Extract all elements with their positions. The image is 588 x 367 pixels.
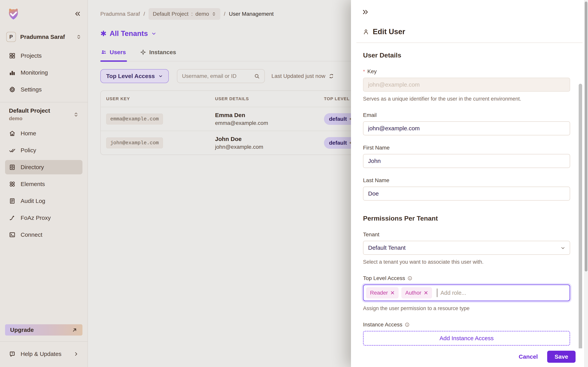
- user-name: John Doe: [215, 136, 324, 142]
- project-name: Default Project: [9, 107, 73, 114]
- sidebar-item-label: Audit Log: [21, 198, 45, 204]
- key-input: [363, 78, 570, 92]
- cancel-button[interactable]: Cancel: [519, 353, 538, 360]
- chevrons-up-down-icon: [73, 112, 78, 117]
- sidebar-item-label: Connect: [21, 232, 42, 238]
- cabinet-icon: [9, 164, 16, 170]
- route-arrow-icon: [9, 215, 16, 221]
- page-scrollbar[interactable]: [584, 0, 588, 367]
- sidebar-item-label: Policy: [21, 147, 36, 154]
- column-user-details: USER DETAILS: [215, 96, 324, 101]
- user-search: [177, 69, 265, 83]
- remove-chip-icon[interactable]: ✕: [390, 290, 395, 296]
- last-updated-text: Last Updated just now: [271, 73, 325, 79]
- sidebar-item-label: FoAz Proxy: [21, 215, 51, 221]
- user-key-pill: john@example.com: [106, 137, 163, 148]
- avatar: P: [6, 32, 16, 42]
- first-name-field-group: First Name: [363, 145, 570, 168]
- last-name-label: Last Name: [363, 177, 389, 184]
- gear-icon: [9, 86, 16, 93]
- instance-access-group: Instance Access Add Instance Access Gran…: [363, 322, 570, 348]
- role-chip-label: Author: [405, 290, 421, 296]
- divider: [0, 341, 87, 342]
- sidebar-item-elements[interactable]: Elements: [5, 177, 82, 191]
- asterisk-icon: ✱: [100, 30, 107, 37]
- workspace-selector[interactable]: P Pradumna Saraf: [5, 32, 82, 42]
- user-key-pill: emma@example.com: [106, 114, 163, 125]
- bar-chart-icon: [9, 69, 16, 76]
- sparkle-diamond-icon: [140, 49, 146, 55]
- email-field[interactable]: [363, 121, 570, 135]
- user-name: Emma Den: [215, 112, 324, 118]
- sidebar-item-audit-log[interactable]: Audit Log: [5, 194, 82, 208]
- breadcrumb-page: User Management: [229, 11, 274, 17]
- email-label: Email: [363, 112, 377, 118]
- sidebar-item-label: Elements: [21, 181, 45, 187]
- tenant-help-text: Select a tenant you want to associate th…: [363, 258, 570, 266]
- chevrons-up-down-icon: [212, 12, 216, 16]
- project-selector[interactable]: Default Project demo: [5, 107, 82, 122]
- refresh-icon[interactable]: [329, 73, 334, 79]
- help-label: Help & Updates: [21, 351, 69, 357]
- save-button[interactable]: Save: [547, 351, 576, 363]
- breadcrumb-separator: /: [224, 11, 225, 17]
- user-email: emma@example.com: [215, 120, 324, 126]
- sidebar: P Pradumna Saraf Projects: [0, 0, 88, 367]
- sidebar-item-connect[interactable]: Connect: [5, 228, 82, 242]
- top-level-access-label: Top Level Access: [363, 275, 405, 281]
- required-asterisk: *: [363, 68, 365, 75]
- tenant-label: Tenant: [363, 232, 379, 238]
- breadcrumb-env: demo: [195, 11, 209, 17]
- chevron-down-icon: [560, 245, 565, 250]
- top-level-access-filter-button[interactable]: Top Level Access: [100, 69, 169, 83]
- help-updates-button[interactable]: ? Help & Updates: [5, 347, 82, 361]
- sidebar-item-settings[interactable]: Settings: [5, 82, 82, 97]
- sidebar-item-home[interactable]: Home: [5, 126, 82, 141]
- text-cursor: [437, 289, 437, 297]
- breadcrumb-colon: :: [191, 11, 193, 17]
- remove-chip-icon[interactable]: ✕: [424, 290, 428, 296]
- chevrons-up-down-icon: [76, 34, 81, 39]
- sidebar-item-label: Home: [21, 130, 36, 137]
- upgrade-label: Upgrade: [10, 327, 34, 333]
- search-input[interactable]: [182, 73, 254, 79]
- filter-label: Top Level Access: [106, 73, 155, 79]
- sidebar-collapse-icon[interactable]: [74, 10, 81, 17]
- drawer-collapse-icon[interactable]: [362, 8, 369, 16]
- breadcrumb-project-selector[interactable]: Default Project : demo: [148, 8, 220, 20]
- tenant-select[interactable]: [363, 241, 570, 255]
- sidebar-item-monitoring[interactable]: Monitoring: [5, 66, 82, 80]
- upgrade-button[interactable]: Upgrade: [5, 324, 82, 335]
- key-field-group: * Key Serves as a unique identifier for …: [363, 68, 570, 103]
- first-name-label: First Name: [363, 145, 390, 151]
- chevron-down-icon: [151, 31, 156, 36]
- tenant-field-group: Tenant Select a tenant you want to assoc…: [363, 232, 570, 266]
- role-multi-select[interactable]: Reader ✕ Author ✕: [363, 284, 570, 301]
- sidebar-item-label: Monitoring: [21, 69, 48, 76]
- sidebar-item-foaz-proxy[interactable]: FoAz Proxy: [5, 211, 82, 225]
- sidebar-item-directory[interactable]: Directory: [5, 160, 82, 174]
- sidebar-item-policy[interactable]: Policy: [5, 143, 82, 158]
- tab-instances[interactable]: Instances: [140, 48, 177, 61]
- add-instance-access-button[interactable]: Add Instance Access: [363, 331, 570, 346]
- drawer-scrollbar-thumb[interactable]: [579, 84, 582, 348]
- add-role-input[interactable]: [441, 290, 567, 296]
- breadcrumb-user[interactable]: Pradumna Saraf: [100, 11, 140, 17]
- info-icon: [407, 276, 412, 281]
- four-circles-icon: [9, 181, 16, 187]
- breadcrumb-separator: /: [144, 11, 145, 17]
- double-check-icon: [9, 147, 16, 154]
- tab-users[interactable]: Users: [100, 48, 127, 61]
- arrow-up-right-icon: [72, 327, 78, 333]
- tab-label: Users: [110, 49, 126, 56]
- document-icon: [9, 198, 16, 204]
- sidebar-item-label: Projects: [21, 52, 42, 59]
- drawer-scrollbar[interactable]: [579, 84, 582, 348]
- first-name-field[interactable]: [363, 154, 570, 168]
- key-label: Key: [367, 68, 377, 75]
- sidebar-item-projects[interactable]: Projects: [5, 49, 82, 63]
- last-name-field[interactable]: [363, 187, 570, 200]
- search-icon: [254, 73, 260, 79]
- page-scrollbar-thumb[interactable]: [585, 1, 588, 271]
- last-name-field-group: Last Name: [363, 177, 570, 200]
